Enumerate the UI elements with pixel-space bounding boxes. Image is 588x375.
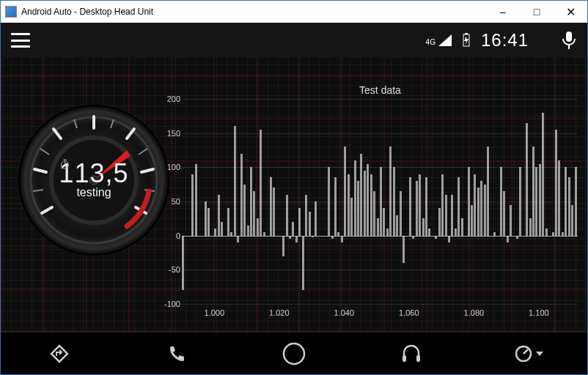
bar xyxy=(396,215,398,236)
svg-line-33 xyxy=(523,349,528,354)
svg-marker-3 xyxy=(464,36,468,45)
bar xyxy=(218,195,220,236)
chevron-down-icon xyxy=(536,350,543,357)
bar xyxy=(305,195,307,236)
bar xyxy=(386,229,389,235)
bar xyxy=(348,174,350,236)
bar xyxy=(286,195,288,236)
x-tick: 1.020 xyxy=(269,308,290,317)
bar xyxy=(477,188,479,235)
menu-button[interactable] xyxy=(11,33,30,48)
bar xyxy=(357,181,359,236)
y-tick: -50 xyxy=(160,265,180,274)
bar xyxy=(519,167,521,235)
bar xyxy=(529,218,532,235)
x-tick: 1.080 xyxy=(464,308,485,317)
bar xyxy=(302,236,304,291)
nav-media-button[interactable] xyxy=(389,339,433,368)
bar xyxy=(507,236,509,242)
x-tick: 1.000 xyxy=(204,308,224,317)
x-tick: 1.060 xyxy=(399,308,419,317)
bar xyxy=(389,146,392,235)
svg-point-29 xyxy=(284,344,304,364)
bar xyxy=(484,185,486,236)
bar xyxy=(565,167,567,235)
bar xyxy=(545,229,548,235)
navigation-icon xyxy=(49,344,70,364)
nav-navigation-button[interactable] xyxy=(37,339,81,368)
bar xyxy=(240,154,243,236)
bar xyxy=(419,174,421,236)
bar xyxy=(282,236,284,256)
signal-icon xyxy=(438,34,452,46)
bar xyxy=(457,177,460,235)
bar xyxy=(257,218,259,235)
bar xyxy=(474,174,476,236)
bar xyxy=(295,236,298,242)
window-titlebar: Android Auto - Desktop Head Unit – □ ✕ xyxy=(1,1,587,23)
phone-icon xyxy=(167,344,186,363)
bottom-nav xyxy=(1,332,587,374)
svg-marker-0 xyxy=(438,34,452,46)
bar xyxy=(393,167,395,235)
bar xyxy=(331,236,334,240)
chart-plot: -100-500501001502001.0001.0201.0401.0601… xyxy=(182,99,578,304)
battery-charging-icon xyxy=(462,33,471,48)
bar xyxy=(214,229,216,235)
bar xyxy=(315,201,317,236)
bar xyxy=(493,232,496,236)
bar xyxy=(445,195,447,236)
bar xyxy=(243,185,246,236)
bar xyxy=(500,167,502,235)
bar xyxy=(575,167,577,235)
network-indicator: 4G xyxy=(426,34,452,46)
network-label: 4G xyxy=(426,38,436,46)
bar xyxy=(552,232,554,236)
bar xyxy=(207,208,210,235)
bar xyxy=(292,222,294,236)
bar xyxy=(312,236,314,237)
y-tick: 200 xyxy=(160,94,180,103)
bar xyxy=(344,146,346,235)
y-tick: -100 xyxy=(160,300,180,308)
bar xyxy=(487,146,489,235)
bar xyxy=(253,191,255,236)
headphones-icon xyxy=(400,344,422,364)
bar xyxy=(510,205,512,236)
home-circle-icon xyxy=(282,341,306,366)
bar xyxy=(377,218,379,235)
nav-home-button[interactable] xyxy=(272,339,316,368)
bar xyxy=(503,191,505,236)
chart-title: Test data xyxy=(182,84,578,96)
bar xyxy=(328,167,330,235)
maximize-button[interactable]: □ xyxy=(520,1,554,23)
bar xyxy=(539,164,541,236)
bar xyxy=(542,113,544,236)
bar xyxy=(298,208,301,235)
nav-phone-button[interactable] xyxy=(155,339,199,368)
bar xyxy=(195,164,197,236)
close-button[interactable]: ✕ xyxy=(554,1,587,23)
bar xyxy=(441,174,444,236)
app-icon xyxy=(5,6,17,18)
minimize-button[interactable]: – xyxy=(486,1,520,23)
y-tick: 100 xyxy=(160,163,180,171)
bar xyxy=(532,146,534,235)
chart: Test data -100-500501001502001.0001.0201… xyxy=(182,84,578,317)
microphone-icon[interactable] xyxy=(561,30,577,51)
bar xyxy=(354,160,356,236)
bar xyxy=(289,236,291,240)
y-tick: 50 xyxy=(160,197,180,206)
bar xyxy=(555,130,557,236)
bar xyxy=(182,236,184,291)
bar xyxy=(337,232,339,236)
nav-dashboard-button[interactable] xyxy=(507,339,551,368)
bar xyxy=(448,236,450,242)
bar xyxy=(562,232,564,236)
bar xyxy=(471,205,473,236)
bar xyxy=(230,232,232,236)
bar xyxy=(247,226,249,236)
bar xyxy=(309,212,311,236)
bar xyxy=(273,188,275,235)
y-tick: 0 xyxy=(160,231,180,240)
